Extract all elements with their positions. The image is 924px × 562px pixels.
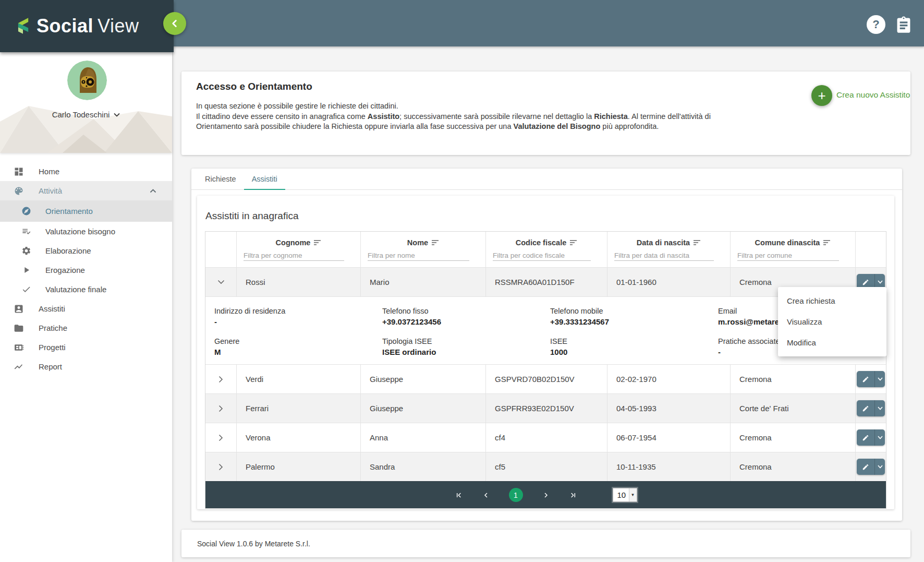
sidebar-item-valutazione-finale[interactable]: Valutazione finale [0, 280, 172, 299]
sidebar-item-progetti[interactable]: Progetti [0, 338, 172, 357]
expand-row-icon[interactable] [218, 434, 223, 441]
chip-icon [13, 342, 25, 353]
edit-pencil-icon[interactable] [857, 459, 874, 475]
sidebar-item-report[interactable]: Report [0, 357, 172, 376]
clipboard-icon[interactable] [896, 16, 911, 33]
table-row[interactable]: Ferrari Giuseppe GSPFRR93E02D150V 04-05-… [205, 393, 886, 423]
row-actions-caret-icon[interactable] [875, 459, 885, 475]
detail-value: ISEE ordinario [382, 348, 550, 356]
cell-data-di-nascita: 01-01-1960 [607, 268, 731, 296]
cell-cognome: Palermo [237, 452, 361, 481]
table-row[interactable]: Verdi Giuseppe GSPVRD70B02D150V 02-02-19… [205, 364, 886, 393]
edit-pencil-icon[interactable] [857, 400, 874, 416]
table-title: Assistiti in anagrafica [205, 210, 298, 222]
row-actions-caret-icon[interactable] [875, 429, 885, 446]
chevron-left-icon [169, 18, 180, 29]
dashboard-icon [13, 166, 25, 177]
help-button[interactable]: ? [867, 15, 885, 34]
menu-item-visualizza[interactable]: Visualizza [778, 312, 886, 332]
sort-icon[interactable] [432, 240, 439, 245]
avatar-image [67, 61, 107, 100]
menu-item-crea-richiesta[interactable]: Crea richiesta [778, 291, 886, 312]
row-actions-split-button[interactable] [857, 371, 885, 387]
row-actions-caret-icon[interactable] [875, 400, 885, 416]
intro-text-bold: Valutazione del Bisogno [514, 122, 601, 130]
expand-row-icon[interactable] [218, 405, 223, 412]
tab-assistiti[interactable]: Assistiti [244, 169, 285, 190]
edit-pencil-icon[interactable] [857, 371, 874, 387]
user-menu[interactable]: Carlo Todeschini [0, 110, 172, 119]
filter-nome-input[interactable] [368, 250, 469, 261]
cell-nome: Giuseppe [361, 365, 486, 393]
sidebar-item-attivita[interactable]: Attività [0, 181, 172, 200]
palette-icon [13, 185, 25, 197]
detail-field: Indirizzo di residenza- [214, 307, 382, 326]
sidebar-item-label: Valutazione bisogno [45, 227, 115, 236]
column-label[interactable]: Comune dinascita [755, 238, 820, 247]
intro-text-segment: più approfondita. [600, 122, 659, 130]
column-label[interactable]: Nome [407, 238, 428, 247]
sort-icon[interactable] [694, 240, 701, 245]
sidebar-item-orientamento[interactable]: Orientamento [0, 200, 172, 222]
detail-value: M [214, 348, 382, 356]
sidebar-item-label: Progetti [39, 343, 66, 352]
sidebar-item-home[interactable]: Home [0, 162, 172, 181]
row-actions-split-button[interactable] [857, 429, 885, 446]
column-label[interactable]: Data di nascita [637, 238, 690, 247]
sort-icon[interactable] [314, 240, 321, 245]
page-size-select[interactable]: 10 ▼ [613, 488, 637, 502]
sidebar-item-erogazione[interactable]: Erogazione [0, 260, 172, 280]
gear-icon [21, 246, 31, 256]
filter-comune-input[interactable] [737, 250, 839, 261]
collapse-row-icon[interactable] [217, 280, 225, 284]
tab-richieste[interactable]: Richieste [197, 169, 244, 190]
sidebar-item-valutazione-bisogno[interactable]: Valutazione bisogno [0, 222, 172, 241]
menu-item-modifica[interactable]: Modifica [778, 332, 886, 353]
detail-field: Tipologia ISEEISEE ordinario [382, 337, 550, 356]
create-assistito-label[interactable]: Crea nuovo Assistito [836, 90, 910, 100]
user-avatar[interactable] [67, 61, 107, 100]
table-paginator: 1 10 ▼ [205, 481, 886, 508]
filter-codice-fiscale-input[interactable] [493, 250, 591, 261]
intro-text-segment: Il cittadino deve essere censito in anag… [196, 112, 368, 121]
expander-header-cell [205, 232, 237, 267]
sidebar-item-elaborazione[interactable]: Elaborazione [0, 241, 172, 260]
sidebar-nav: Home Attività Orientamento [0, 153, 172, 376]
filter-cognome-input[interactable] [244, 250, 344, 261]
column-label[interactable]: Codice fiscale [516, 238, 567, 247]
expand-row-icon[interactable] [218, 463, 223, 471]
table-row[interactable]: Palermo Sandra cf5 10-11-1935 Cremona [205, 452, 886, 481]
playlist-check-icon [21, 226, 31, 237]
filter-data-di-nascita-input[interactable] [614, 250, 714, 261]
edit-pencil-icon[interactable] [857, 429, 874, 446]
column-label[interactable]: Cognome [276, 238, 311, 247]
row-actions-split-button[interactable] [857, 459, 885, 475]
cell-cognome: Rossi [237, 268, 361, 296]
current-page-badge[interactable]: 1 [509, 488, 523, 502]
sort-icon[interactable] [823, 240, 831, 245]
previous-page-icon[interactable] [482, 491, 490, 499]
cell-data-di-nascita: 02-02-1970 [607, 365, 731, 393]
plus-icon: + [818, 88, 825, 104]
sidebar-item-assistiti[interactable]: Assistiti [0, 299, 172, 318]
row-actions-caret-icon[interactable] [875, 371, 885, 387]
detail-field: Telefono mobile+39.3331234567 [550, 307, 718, 326]
first-page-icon[interactable] [455, 491, 463, 499]
collapse-sidebar-button[interactable] [163, 12, 186, 35]
sort-icon[interactable] [570, 240, 577, 245]
cell-nome: Sandra [361, 452, 486, 481]
table-row[interactable]: Verona Anna cf4 06-07-1954 Cremona [205, 423, 886, 452]
row-actions-split-button[interactable] [857, 400, 885, 416]
cell-data-di-nascita: 10-11-1935 [607, 452, 731, 481]
next-page-icon[interactable] [542, 491, 550, 499]
cell-cognome: Verdi [237, 365, 361, 393]
cell-data-di-nascita: 04-05-1993 [607, 394, 731, 423]
create-assistito-fab[interactable]: + [811, 85, 832, 106]
last-page-icon[interactable] [569, 491, 577, 499]
expand-row-icon[interactable] [218, 376, 223, 383]
detail-value: +39.0372123456 [382, 317, 550, 326]
sidebar: Carlo Todeschini Home Attività [0, 46, 172, 562]
column-header-comune: Comune dinascita [731, 232, 856, 267]
social-view-logo-icon [16, 17, 30, 35]
sidebar-item-pratiche[interactable]: Pratiche [0, 318, 172, 338]
